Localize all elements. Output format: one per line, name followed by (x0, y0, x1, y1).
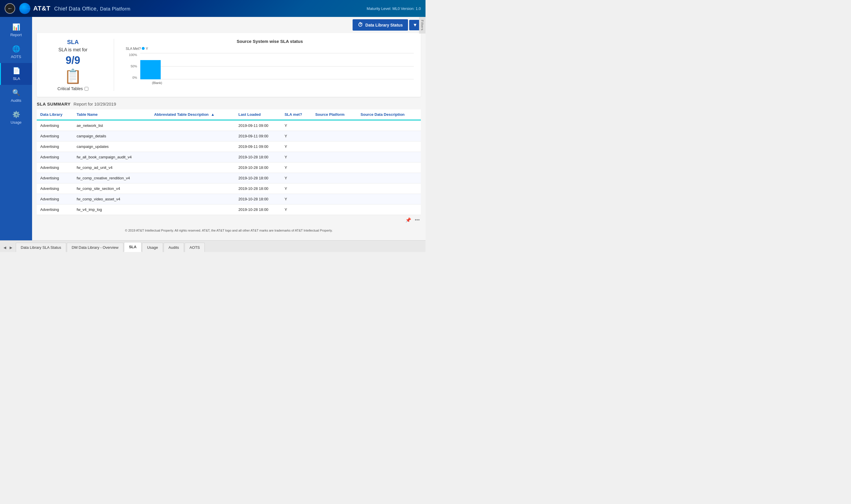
sort-arrow-icon: ▲ (211, 112, 215, 117)
cell-data_library: Advertising (37, 173, 73, 183)
cell-abbreviated_desc (150, 131, 235, 142)
cell-source_platform (312, 162, 357, 173)
y-axis-100: 100% (126, 53, 137, 57)
col-header-last-loaded[interactable]: Last Loaded (235, 109, 281, 120)
summary-section: SLA SUMMARY Report for 10/29/2019 Data L… (37, 102, 421, 236)
cell-sla_met: Y (281, 204, 312, 215)
cell-table_name: fw_comp_video_asset_v4 (73, 194, 151, 204)
col-header-source-platform[interactable]: Source Platform (312, 109, 357, 120)
tab-dm-overview[interactable]: DM Data Library - Overview (67, 243, 123, 252)
cell-abbreviated_desc (150, 120, 235, 131)
col-header-source-data-desc[interactable]: Source Data Description (357, 109, 421, 120)
sla-summary-card: SLA SLA is met for 9/9 📋 Critical Tables… (37, 33, 421, 97)
table-row: Advertisingfw_comp_creative_rendition_v4… (37, 173, 421, 183)
cell-source_platform (312, 142, 357, 152)
cell-source_platform (312, 120, 357, 131)
legend-label: SLA Met? (126, 47, 141, 51)
tab-prev-button[interactable]: ◀ (2, 245, 7, 250)
critical-tables-checkbox[interactable] (85, 87, 88, 91)
card-divider (114, 39, 114, 91)
sidebar-item-usage[interactable]: ⚙️ Usage (0, 107, 32, 129)
cell-abbreviated_desc (150, 142, 235, 152)
sidebar-item-sla[interactable]: 📄 SLA (0, 63, 32, 85)
chart-title: Source System wise SLA status (126, 39, 414, 44)
right-filters-panel[interactable]: Filters (419, 17, 426, 34)
table-row: Advertisingcampaign_updates2019-09-11 09… (37, 142, 421, 152)
sla-label: SLA (67, 39, 79, 46)
cell-last_loaded: 2019-10-28 18:00 (235, 194, 281, 204)
cell-data_library: Advertising (37, 131, 73, 142)
critical-tables-label: Critical Tables (57, 86, 83, 91)
header: ← AT&T Chief Data Office, Data Platform … (0, 0, 426, 17)
aots-icon: 🌐 (12, 45, 20, 53)
cell-sla_met: Y (281, 173, 312, 183)
col-header-data-library[interactable]: Data Library (37, 109, 73, 120)
top-bar: ⏱ Data Library Status ▼ (32, 17, 426, 33)
y-axis: 100% 50% 0% (126, 53, 139, 79)
summary-title: SLA SUMMARY (37, 102, 71, 106)
sidebar-item-aots[interactable]: 🌐 AOTS (0, 41, 32, 63)
tab-sla[interactable]: SLA (124, 242, 142, 252)
cell-data_library: Advertising (37, 204, 73, 215)
filter-icon: ▼ (413, 22, 417, 28)
col-header-sla-met[interactable]: SLA met? (281, 109, 312, 120)
chart-bars (140, 53, 414, 79)
col-header-table-name[interactable]: Table Name (73, 109, 151, 120)
tab-next-button[interactable]: ▶ (8, 245, 14, 250)
cell-last_loaded: 2019-10-28 18:00 (235, 162, 281, 173)
sidebar-item-audits[interactable]: 🔍 Audits (0, 85, 32, 107)
tab-nav: ◀ ▶ (2, 245, 14, 252)
data-library-status-button[interactable]: ⏱ Data Library Status (352, 19, 408, 31)
cell-source_platform (312, 204, 357, 215)
cell-data_library: Advertising (37, 183, 73, 194)
cell-data_library: Advertising (37, 152, 73, 162)
report-icon: 📊 (12, 23, 20, 31)
cell-last_loaded: 2019-09-11 09:00 (235, 120, 281, 131)
sidebar-item-label-aots: AOTS (11, 55, 21, 59)
col-header-abbreviated-desc[interactable]: Abbreviated Table Description ▲ (150, 109, 235, 120)
cell-last_loaded: 2019-10-28 18:00 (235, 173, 281, 183)
tab-audits[interactable]: Audits (164, 243, 184, 252)
tab-aots[interactable]: AOTS (185, 243, 205, 252)
sla-chart-panel: Source System wise SLA status SLA Met? Y… (126, 39, 414, 91)
pin-icon[interactable]: 📌 (405, 217, 411, 223)
cell-source_platform (312, 131, 357, 142)
sla-document-icon: 📋 (64, 68, 82, 85)
sidebar: 📊 Report 🌐 AOTS 📄 SLA 🔍 Audits ⚙️ Usage (0, 17, 32, 243)
cell-sla_met: Y (281, 131, 312, 142)
cell-source_platform (312, 152, 357, 162)
cell-sla_met: Y (281, 162, 312, 173)
more-options-icon[interactable]: ••• (415, 217, 420, 223)
cell-table_name: fw_all_book_campaign_audit_v4 (73, 152, 151, 162)
cell-table_name: fw_v4_imp_log (73, 204, 151, 215)
tab-usage[interactable]: Usage (142, 243, 163, 252)
summary-header: SLA SUMMARY Report for 10/29/2019 (37, 102, 421, 106)
sidebar-item-label-report: Report (10, 33, 22, 37)
maturity-info: Maturity Level: ML0 Version: 1.0 (367, 6, 421, 11)
cell-table_name: fw_comp_creative_rendition_v4 (73, 173, 151, 183)
sla-met-text: SLA is met for (58, 47, 88, 53)
tab-dl-sla[interactable]: Data Library SLA Status (16, 243, 66, 252)
sidebar-item-report[interactable]: 📊 Report (0, 19, 32, 41)
cell-last_loaded: 2019-10-28 18:00 (235, 183, 281, 194)
cell-source_data_desc (357, 142, 421, 152)
y-axis-50: 50% (126, 65, 137, 68)
cell-source_data_desc (357, 162, 421, 173)
cell-last_loaded: 2019-10-28 18:00 (235, 152, 281, 162)
cell-data_library: Advertising (37, 142, 73, 152)
cell-source_data_desc (357, 204, 421, 215)
back-button[interactable]: ← (5, 3, 15, 14)
chart-area: 100% 50% 0% (Blank) (126, 53, 414, 85)
cell-source_data_desc (357, 194, 421, 204)
cell-table_name: fw_comp_site_section_v4 (73, 183, 151, 194)
cell-last_loaded: 2019-09-11 09:00 (235, 142, 281, 152)
logo: AT&T Chief Data Office, Data Platform (19, 3, 130, 14)
cell-source_data_desc (357, 131, 421, 142)
cell-source_data_desc (357, 183, 421, 194)
table-row: Advertisingfw_comp_video_asset_v42019-10… (37, 194, 421, 204)
bar-group-blank (140, 60, 161, 79)
sidebar-item-label-sla: SLA (13, 76, 20, 81)
table-row: Advertisingfw_all_book_campaign_audit_v4… (37, 152, 421, 162)
filters-label: Filters (420, 20, 424, 31)
bottom-tabs: ◀ ▶ Data Library SLA Status DM Data Libr… (0, 240, 426, 252)
